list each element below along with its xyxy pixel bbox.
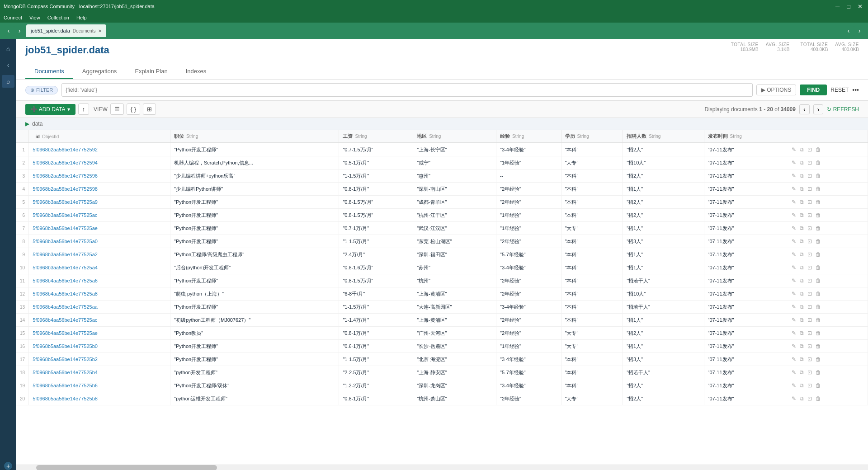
- nav-prev-button[interactable]: ‹: [844, 26, 854, 36]
- delete-button[interactable]: 🗑: [815, 303, 822, 311]
- delete-button[interactable]: 🗑: [815, 368, 822, 376]
- edit-button[interactable]: ✎: [791, 263, 797, 272]
- edit-button[interactable]: ✎: [791, 277, 797, 285]
- close-button[interactable]: ✕: [856, 3, 864, 10]
- json-view-button[interactable]: { }: [127, 103, 140, 115]
- edit-button[interactable]: ✎: [791, 237, 797, 245]
- edit-button[interactable]: ✎: [791, 172, 797, 180]
- delete-button[interactable]: 🗑: [815, 329, 822, 337]
- menu-collection[interactable]: Collection: [47, 15, 69, 20]
- copy-button[interactable]: ⊡: [807, 290, 813, 298]
- edit-button[interactable]: ✎: [791, 198, 797, 206]
- edit-button[interactable]: ✎: [791, 303, 797, 311]
- clone-button[interactable]: ⧉: [799, 342, 805, 350]
- clone-button[interactable]: ⧉: [799, 237, 805, 245]
- edit-button[interactable]: ✎: [791, 159, 797, 167]
- copy-button[interactable]: ⊡: [807, 185, 813, 193]
- clone-button[interactable]: ⧉: [799, 368, 805, 376]
- clone-button[interactable]: ⧉: [799, 250, 805, 258]
- table-view-button[interactable]: ⊞: [143, 103, 156, 115]
- delete-button[interactable]: 🗑: [815, 290, 822, 298]
- clone-button[interactable]: ⧉: [799, 185, 805, 193]
- sidebar-add-button[interactable]: +: [4, 462, 12, 470]
- clone-button[interactable]: ⧉: [799, 172, 805, 180]
- tab-close-button[interactable]: ✕: [98, 28, 102, 33]
- delete-button[interactable]: 🗑: [815, 185, 822, 193]
- sidebar-home-icon[interactable]: ⌂: [2, 42, 14, 55]
- menu-help[interactable]: Help: [76, 15, 87, 20]
- delete-button[interactable]: 🗑: [815, 316, 822, 324]
- copy-button[interactable]: ⊡: [807, 342, 813, 350]
- delete-button[interactable]: 🗑: [815, 250, 822, 258]
- nav-next-button[interactable]: ›: [854, 26, 864, 36]
- edit-button[interactable]: ✎: [791, 368, 797, 376]
- tab-aggregations[interactable]: Aggregations: [73, 64, 126, 79]
- reset-button[interactable]: RESET: [830, 87, 849, 93]
- copy-button[interactable]: ⊡: [807, 355, 813, 363]
- edit-button[interactable]: ✎: [791, 211, 797, 219]
- delete-button[interactable]: 🗑: [815, 146, 822, 154]
- edit-button[interactable]: ✎: [791, 329, 797, 337]
- copy-button[interactable]: ⊡: [807, 146, 813, 154]
- tab-explain-plan[interactable]: Explain Plan: [126, 64, 176, 79]
- nav-back-button[interactable]: ‹: [4, 26, 14, 36]
- tab-job51[interactable]: job51_spider.data Documents ✕: [26, 24, 106, 37]
- list-view-button[interactable]: ☰: [110, 103, 124, 115]
- nav-forward-button[interactable]: ›: [14, 26, 24, 36]
- copy-button[interactable]: ⊡: [807, 277, 813, 285]
- delete-button[interactable]: 🗑: [815, 381, 822, 390]
- clone-button[interactable]: ⧉: [799, 381, 805, 390]
- clone-button[interactable]: ⧉: [799, 263, 805, 272]
- edit-button[interactable]: ✎: [791, 316, 797, 324]
- clone-button[interactable]: ⧉: [799, 198, 805, 206]
- edit-button[interactable]: ✎: [791, 250, 797, 258]
- delete-button[interactable]: 🗑: [815, 355, 822, 363]
- find-button[interactable]: FIND: [800, 85, 827, 95]
- copy-button[interactable]: ⊡: [807, 198, 813, 206]
- delete-button[interactable]: 🗑: [815, 159, 822, 167]
- clone-button[interactable]: ⧉: [799, 329, 805, 337]
- edit-button[interactable]: ✎: [791, 224, 797, 232]
- delete-button[interactable]: 🗑: [815, 224, 822, 232]
- clone-button[interactable]: ⧉: [799, 224, 805, 232]
- edit-button[interactable]: ✎: [791, 395, 797, 403]
- page-prev-button[interactable]: ‹: [799, 104, 810, 114]
- delete-button[interactable]: 🗑: [815, 172, 822, 180]
- clone-button[interactable]: ⧉: [799, 290, 805, 298]
- clone-button[interactable]: ⧉: [799, 277, 805, 285]
- copy-button[interactable]: ⊡: [807, 211, 813, 219]
- filter-input[interactable]: [61, 83, 753, 97]
- clone-button[interactable]: ⧉: [799, 355, 805, 363]
- export-button[interactable]: ↑: [78, 103, 90, 115]
- horizontal-scrollbar[interactable]: [16, 465, 868, 470]
- page-next-button[interactable]: ›: [813, 104, 824, 114]
- copy-button[interactable]: ⊡: [807, 250, 813, 258]
- delete-button[interactable]: 🗑: [815, 211, 822, 219]
- sidebar-search-icon[interactable]: ⌕: [2, 75, 14, 88]
- clone-button[interactable]: ⧉: [799, 303, 805, 311]
- copy-button[interactable]: ⊡: [807, 224, 813, 232]
- copy-button[interactable]: ⊡: [807, 381, 813, 390]
- copy-button[interactable]: ⊡: [807, 329, 813, 337]
- menu-view[interactable]: View: [29, 15, 40, 20]
- clone-button[interactable]: ⧉: [799, 395, 805, 403]
- clone-button[interactable]: ⧉: [799, 316, 805, 324]
- sidebar-back-icon[interactable]: ‹: [2, 59, 14, 71]
- tab-indexes[interactable]: Indexes: [177, 64, 216, 79]
- delete-button[interactable]: 🗑: [815, 263, 822, 272]
- copy-button[interactable]: ⊡: [807, 368, 813, 376]
- more-options-button[interactable]: •••: [852, 86, 859, 94]
- edit-button[interactable]: ✎: [791, 355, 797, 363]
- copy-button[interactable]: ⊡: [807, 303, 813, 311]
- edit-button[interactable]: ✎: [791, 290, 797, 298]
- clone-button[interactable]: ⧉: [799, 211, 805, 219]
- copy-button[interactable]: ⊡: [807, 237, 813, 245]
- options-button[interactable]: ▶ OPTIONS: [756, 85, 796, 95]
- copy-button[interactable]: ⊡: [807, 395, 813, 403]
- tab-documents[interactable]: Documents: [25, 64, 73, 79]
- clone-button[interactable]: ⧉: [799, 159, 805, 167]
- edit-button[interactable]: ✎: [791, 381, 797, 390]
- copy-button[interactable]: ⊡: [807, 316, 813, 324]
- menu-connect[interactable]: Connect: [4, 15, 22, 20]
- edit-button[interactable]: ✎: [791, 185, 797, 193]
